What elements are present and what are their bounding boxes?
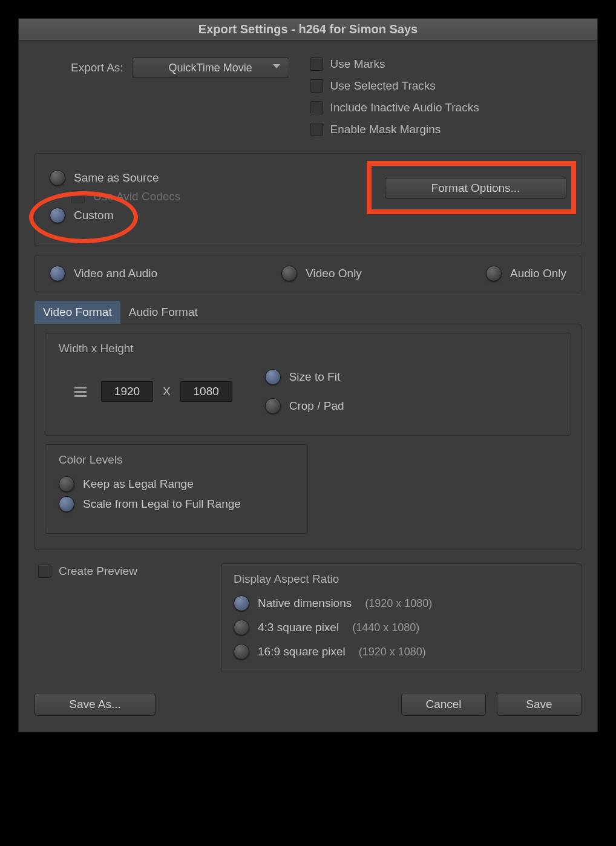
video-and-audio-label: Video and Audio [74,267,157,280]
scale-full-range-radio[interactable] [59,496,74,512]
use-avid-codecs-checkbox [71,190,85,203]
aspect-43-label: 4:3 square pixel [258,621,339,634]
custom-label: Custom [74,209,113,222]
aspect-169-radio[interactable] [234,644,249,660]
height-input[interactable] [180,381,232,402]
audio-only-radio[interactable] [486,266,502,281]
size-to-fit-label: Size to Fit [289,370,340,384]
content-type-group: Video and Audio Video Only Audio Only [34,255,582,292]
crop-pad-label: Crop / Pad [289,399,344,413]
use-marks-label: Use Marks [330,57,385,71]
use-avid-codecs-label: Use Avid Codecs [93,190,180,203]
save-as-button[interactable]: Save As... [34,693,156,716]
use-selected-tracks-label: Use Selected Tracks [330,79,436,93]
tab-video-format[interactable]: Video Format [34,301,120,324]
aspect-169-label: 16:9 square pixel [258,645,346,658]
export-settings-dialog: Export Settings - h264 for Simon Says Ex… [18,18,598,732]
width-input[interactable] [101,381,153,402]
video-and-audio-radio[interactable] [50,266,65,281]
same-as-source-radio[interactable] [50,170,65,186]
width-height-group: Width x Height X Size to Fit [45,333,571,436]
aspect-native-label: Native dimensions [258,597,352,610]
color-levels-group: Color Levels Keep as Legal Range Scale f… [45,444,308,534]
aspect-169-dim: (1920 x 1080) [359,646,426,658]
video-only-radio[interactable] [281,266,297,281]
aspect-title: Display Aspect Ratio [234,572,569,586]
color-levels-title: Color Levels [59,453,294,467]
aspect-43-dim: (1440 x 1080) [352,621,419,634]
enable-mask-margins-checkbox[interactable] [310,123,323,136]
keep-legal-range-radio[interactable] [59,476,74,492]
x-label: X [163,385,171,398]
scale-full-range-label: Scale from Legal to Full Range [83,497,241,511]
export-as-label: Export As: [71,57,123,74]
export-as-dropdown[interactable]: QuickTime Movie [132,57,289,78]
aspect-43-radio[interactable] [234,620,249,635]
format-options-button[interactable]: Format Options... [385,178,566,198]
video-format-panel: Width x Height X Size to Fit [34,324,582,550]
aspect-native-dim: (1920 x 1080) [365,597,432,610]
use-marks-checkbox[interactable] [310,57,323,71]
video-only-label: Video Only [306,267,362,280]
crop-pad-radio[interactable] [265,398,281,414]
keep-legal-range-label: Keep as Legal Range [83,477,194,491]
save-button[interactable]: Save [497,693,582,716]
same-as-source-label: Same as Source [74,171,159,185]
export-as-value: QuickTime Movie [168,62,252,74]
custom-radio[interactable] [50,208,65,223]
use-selected-tracks-checkbox[interactable] [310,79,323,93]
enable-mask-margins-label: Enable Mask Margins [330,123,441,136]
cancel-button[interactable]: Cancel [401,693,486,716]
dialog-title: Export Settings - h264 for Simon Says [19,19,597,41]
create-preview-checkbox[interactable] [38,565,51,578]
create-preview-label: Create Preview [59,565,137,578]
source-mode-group: Same as Source Use Avid Codecs Custom Fo… [34,153,582,246]
include-inactive-audio-label: Include Inactive Audio Tracks [330,101,479,114]
aspect-native-radio[interactable] [234,595,249,611]
width-height-title: Width x Height [59,342,557,355]
tab-audio-format[interactable]: Audio Format [120,301,206,324]
audio-only-label: Audio Only [510,267,566,280]
display-aspect-ratio-group: Display Aspect Ratio Native dimensions (… [221,563,582,672]
link-dimensions-icon[interactable] [74,387,87,397]
include-inactive-audio-checkbox[interactable] [310,101,323,114]
size-to-fit-radio[interactable] [265,369,281,385]
chevron-down-icon [273,64,280,68]
